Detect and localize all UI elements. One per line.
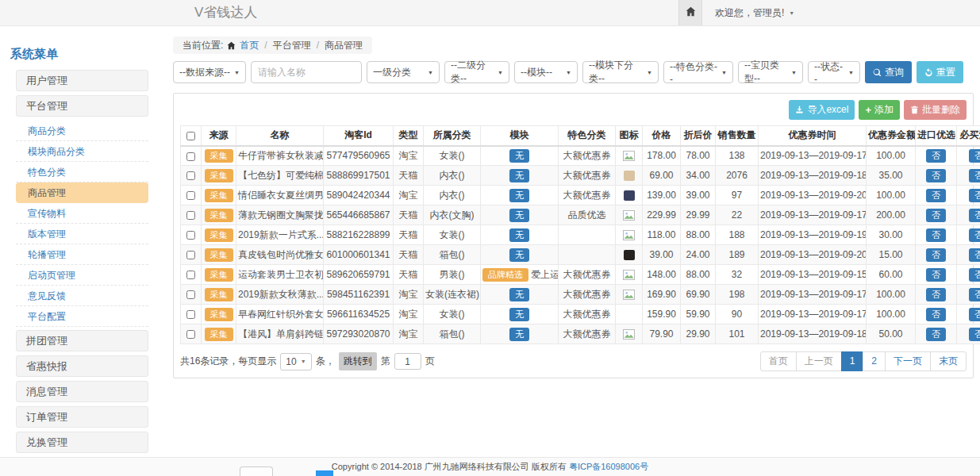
- price-cell: 39.00: [643, 245, 681, 265]
- source-badge: 采集: [205, 288, 233, 301]
- reset-button[interactable]: 重置: [917, 61, 963, 83]
- sidebar-subitem-goods-category[interactable]: 商品分类: [16, 121, 148, 141]
- filter-data-source-select[interactable]: --数据来源--▼: [173, 61, 246, 83]
- row-checkbox[interactable]: [186, 191, 195, 200]
- name-cell: 早春网红针织外套女春...: [236, 305, 324, 324]
- filter-featured-category-select[interactable]: --特色分类--▼: [663, 61, 733, 83]
- row-checkbox[interactable]: [186, 231, 195, 240]
- sidebar-subitem-version-management[interactable]: 版本管理: [16, 224, 148, 244]
- sidebar-subitem-splash-management[interactable]: 启动页管理: [16, 265, 148, 286]
- must-buy-badge: 否: [969, 228, 980, 242]
- page-size-select[interactable]: 10 ▼: [280, 353, 311, 370]
- sidebar-subitem-platform-config[interactable]: 平台配置: [16, 306, 148, 327]
- type-cell: 天猫: [394, 225, 424, 245]
- imported-cell: 否: [916, 146, 957, 166]
- sidebar-subitem-promo-materials[interactable]: 宣传物料: [16, 203, 148, 224]
- page-button-page-1[interactable]: 1: [841, 351, 864, 371]
- filter-module-select[interactable]: --模块--▼: [514, 61, 578, 83]
- caret-down-icon: ▼: [647, 70, 652, 75]
- source-cell: 采集: [202, 245, 236, 265]
- row-select-cell: [181, 324, 202, 344]
- row-checkbox[interactable]: [186, 251, 195, 259]
- sidebar-subitem-feedback[interactable]: 意见反馈: [16, 286, 148, 306]
- icon-cell: [616, 205, 643, 225]
- page-button-last[interactable]: 末页: [930, 351, 967, 371]
- header-right: 欢迎您，管理员! ▼: [678, 0, 794, 25]
- discount-price-cell: 78.00: [681, 146, 716, 166]
- feature-cell: [559, 245, 616, 265]
- type-cell: 淘宝: [394, 146, 424, 166]
- page-button-prev[interactable]: 上一页: [796, 351, 842, 371]
- imported-cell: 否: [916, 225, 957, 245]
- row-checkbox[interactable]: [186, 211, 195, 220]
- row-select-cell: [181, 305, 202, 324]
- user-menu[interactable]: 欢迎您，管理员! ▼: [715, 6, 794, 20]
- filter-item-type-select[interactable]: --宝贝类型--▼: [738, 61, 803, 83]
- sidebar-item-exchange-management[interactable]: 兑换管理: [16, 432, 148, 453]
- sales-cell: 2076: [716, 166, 759, 186]
- row-checkbox[interactable]: [186, 310, 195, 319]
- sidebar-item-platform-management[interactable]: 平台管理: [16, 95, 148, 117]
- icp-link[interactable]: 粤ICP备16098006号: [569, 462, 648, 471]
- source-cell: 采集: [202, 305, 236, 324]
- sidebar-subitem-goods-management[interactable]: 商品管理: [16, 182, 148, 203]
- sidebar-item-groupbuy-management[interactable]: 拼团管理: [16, 330, 148, 351]
- imported-cell: 否: [916, 166, 957, 186]
- sidebar-item-user-management[interactable]: 用户管理: [16, 70, 148, 91]
- icon-cell: [616, 265, 643, 285]
- row-checkbox[interactable]: [186, 171, 195, 180]
- row-checkbox[interactable]: [186, 271, 195, 279]
- sidebar-item-message-management[interactable]: 消息管理: [16, 381, 148, 402]
- imported-cell: 否: [916, 285, 957, 305]
- header-home-button[interactable]: [678, 0, 702, 25]
- app-title: V省钱达人: [194, 0, 257, 25]
- filter-name-input[interactable]: [251, 61, 362, 83]
- breadcrumb-home-link[interactable]: 首页: [240, 39, 259, 52]
- filter-status-select[interactable]: --状态--▼: [808, 61, 860, 83]
- breadcrumb-separator: /: [264, 40, 267, 51]
- record-count-text: 共16条记录，每页显示: [180, 355, 276, 368]
- batch-delete-button[interactable]: 批量删除: [904, 100, 967, 120]
- imported-badge: 否: [926, 268, 946, 282]
- page-button-page-2[interactable]: 2: [863, 351, 886, 371]
- import-excel-label: 导入excel: [807, 103, 848, 117]
- taoke-id-cell: 598451162391: [324, 285, 394, 305]
- icon-cell: [616, 146, 643, 166]
- row-select-cell: [181, 245, 202, 265]
- coupon-amount-cell: 50.00: [867, 324, 916, 344]
- coupon-amount-cell: 100.00: [867, 285, 916, 305]
- filter-level2-category-select[interactable]: --二级分类--▼: [444, 61, 509, 83]
- page-button-first[interactable]: 首页: [760, 351, 797, 371]
- feature-cell: 大额优惠券: [559, 305, 616, 324]
- sidebar-item-order-management[interactable]: 订单管理: [16, 406, 148, 428]
- sidebar-subitem-module-goods-category[interactable]: 模块商品分类: [16, 141, 148, 162]
- add-button[interactable]: + 添加: [859, 100, 900, 120]
- sidebar-subitem-featured-category[interactable]: 特色分类: [16, 162, 148, 182]
- import-excel-button[interactable]: 导入excel: [789, 100, 855, 120]
- type-cell: 淘宝: [394, 305, 424, 324]
- filter-item-type-value: --宝贝类型--: [744, 59, 788, 86]
- coupon-amount-cell: 100.00: [867, 186, 916, 205]
- jump-button[interactable]: 跳转到: [339, 352, 377, 370]
- product-thumbnail: [624, 171, 635, 181]
- sidebar-item-express-news[interactable]: 省惠快报: [16, 355, 148, 377]
- row-checkbox[interactable]: [186, 330, 195, 339]
- select-all-checkbox[interactable]: [186, 132, 195, 140]
- toolbar: 导入excel + 添加 批量删除: [180, 100, 967, 120]
- icon-cell: [616, 245, 643, 265]
- jump-page-input[interactable]: [394, 353, 421, 370]
- row-checkbox[interactable]: [186, 152, 195, 161]
- row-checkbox[interactable]: [186, 290, 195, 299]
- column-header: 图标: [616, 126, 643, 146]
- coupon-time-cell: 2019-09-13—2019-09-20: [759, 186, 867, 205]
- caret-down-icon: ▼: [498, 70, 503, 75]
- top-header: V省钱达人 欢迎您，管理员! ▼: [0, 0, 980, 26]
- page-button-next[interactable]: 下一页: [885, 351, 931, 371]
- search-button[interactable]: 查询: [865, 61, 912, 83]
- filter-module-sub-category-select[interactable]: --模块下分类--▼: [582, 61, 659, 83]
- page-buttons: 首页上一页12下一页末页: [760, 351, 967, 371]
- row-select-cell: [181, 166, 202, 186]
- filter-level1-category-select[interactable]: 一级分类▼: [367, 61, 440, 83]
- sidebar-subitem-carousel-management[interactable]: 轮播管理: [16, 244, 148, 265]
- column-header: 价格: [643, 126, 681, 146]
